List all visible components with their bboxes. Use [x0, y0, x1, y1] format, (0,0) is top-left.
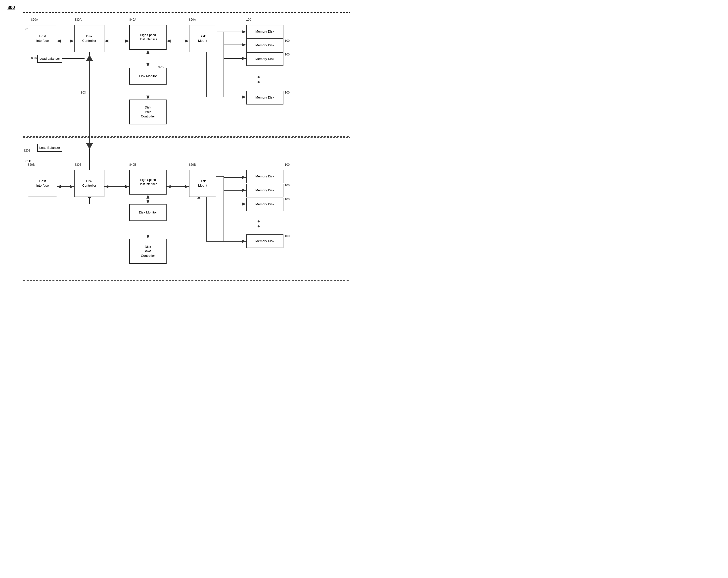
disk-mount-b-label: 850B — [189, 163, 196, 167]
memory-disk-a-4: Memory Disk — [246, 91, 283, 104]
disk-pnp-b: Disk PnP Controller — [129, 239, 166, 264]
svg-rect-4 — [23, 12, 350, 136]
disk-monitor-a: Disk Monitor — [129, 68, 166, 84]
bus-a-label: 803 — [81, 91, 86, 94]
figure-label: 800 — [7, 5, 15, 10]
memory-disk-b-2: Memory Disk — [246, 184, 283, 197]
section-b-label: 801B — [24, 159, 31, 163]
svg-point-44 — [258, 225, 260, 227]
disk-mount-a: Disk Mount — [189, 25, 216, 52]
disk-mount-a-label: 850A — [189, 18, 196, 21]
memory-disk-b-4: Memory Disk — [246, 234, 283, 248]
svg-rect-23 — [23, 137, 350, 281]
load-balancer-b: Load Balancer — [37, 144, 62, 152]
disk-pnp-a: Disk PnP Controller — [129, 100, 166, 124]
host-interface-a-label: 820A — [31, 18, 38, 21]
host-interface-a: Host Interface — [28, 25, 57, 52]
md-b-1-100-label: 100 — [285, 163, 290, 167]
host-interface-b-outer-label: 820B — [24, 149, 31, 152]
svg-point-43 — [258, 221, 260, 222]
md-a-2-100-label: 100 — [285, 39, 290, 43]
disk-controller-b: Disk Controller — [74, 170, 104, 197]
diagram: 800 — [7, 5, 356, 284]
memory-disk-b-1: Memory Disk — [246, 170, 283, 183]
memory-disk-a-3: Memory Disk — [246, 52, 283, 66]
disk-controller-a-label: 830A — [75, 18, 82, 21]
host-interface-b-label: 820B — [28, 163, 35, 167]
disk-monitor-b: Disk Monitor — [129, 204, 166, 221]
disk-controller-a: Disk Controller — [74, 25, 104, 52]
svg-marker-17 — [86, 55, 93, 61]
svg-point-42 — [258, 81, 260, 83]
memory-disk-a-1: Memory Disk — [246, 25, 283, 39]
disk-mount-b: Disk Mount — [189, 170, 216, 197]
high-speed-hi-a-label: 840A — [129, 18, 136, 21]
high-speed-hi-b-label: 840B — [129, 163, 136, 167]
disk-controller-b-label: 830B — [75, 163, 82, 167]
svg-point-41 — [258, 76, 260, 78]
memory-disk-a-2: Memory Disk — [246, 39, 283, 52]
svg-marker-18 — [86, 143, 93, 149]
load-balancer-a: Load balancer — [37, 55, 62, 63]
md-a-4-100-label: 100 — [285, 91, 290, 94]
high-speed-hi-a: High-Speed Host Interface — [129, 25, 166, 50]
high-speed-hi-b: High-Speed Host Interface — [129, 170, 166, 195]
md-a-3-100-label: 100 — [285, 53, 290, 56]
md-b-3-100-label: 100 — [285, 198, 290, 201]
md-b-4-100-label: 100 — [285, 234, 290, 238]
memory-disk-b-3: Memory Disk — [246, 198, 283, 211]
md-b-2-100-label: 100 — [285, 184, 290, 187]
load-balancer-a-label: 805A — [31, 56, 38, 60]
host-interface-b: Host Interface — [28, 170, 57, 197]
md-a-1-100-label: 100 — [246, 18, 251, 21]
